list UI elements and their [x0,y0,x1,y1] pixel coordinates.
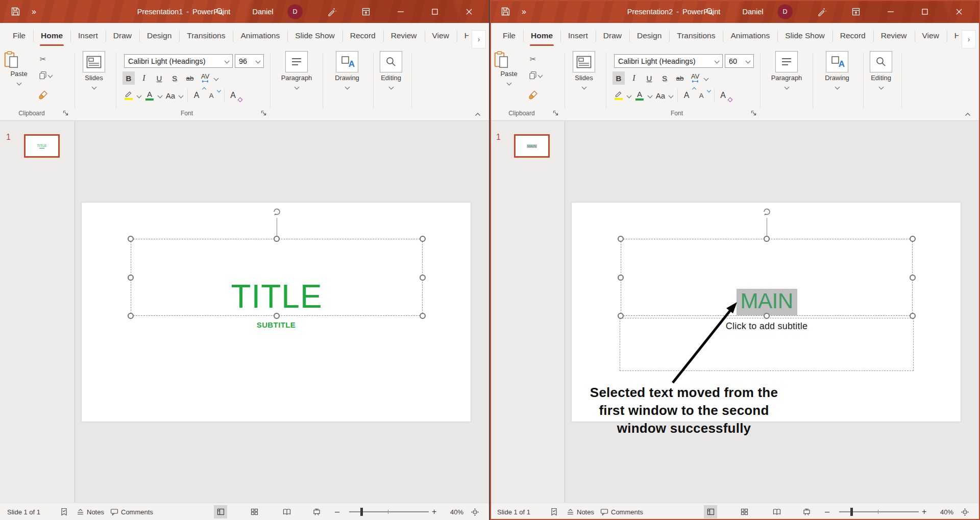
close-button[interactable] [457,0,481,23]
resize-handle[interactable] [618,275,624,281]
zoom-percentage[interactable]: 40% [934,503,953,520]
cut-button[interactable]: ✂ [530,55,536,64]
ribbon-tab[interactable]: Review [383,23,425,48]
reading-view-button[interactable] [280,505,293,518]
font-name-combobox[interactable]: Calibri Light (Headings) [614,54,723,68]
slides-dropdown-icon[interactable] [581,85,586,90]
ribbon-tab[interactable]: Insert [70,23,106,48]
ribbon-tab[interactable]: Insert [560,23,596,48]
resize-handle[interactable] [420,236,426,242]
ribbon-tab[interactable]: Slide Show [777,23,832,48]
resize-handle[interactable] [128,275,134,281]
character-spacing-button[interactable]: AV [689,71,701,85]
paragraph-dropdown-icon[interactable] [784,85,789,90]
normal-view-button[interactable] [214,505,227,518]
ribbon-tab[interactable]: File [495,23,523,48]
maximize-button[interactable] [913,0,937,23]
ribbon-tab[interactable]: Transitions [179,23,233,48]
collapse-ribbon-button[interactable] [473,111,483,118]
font-size-combobox[interactable]: 96 [235,54,264,68]
drawing-dropdown-icon[interactable] [835,85,840,90]
ribbon-tab[interactable]: Help [457,23,469,48]
drawing-button[interactable]: A Drawing [821,51,853,91]
ribbon-display-options-icon[interactable] [356,0,376,23]
minimize-button[interactable] [879,0,902,23]
zoom-out-button[interactable]: – [335,503,339,520]
spell-check-icon[interactable] [60,503,68,520]
text-shadow-button[interactable]: S [168,71,181,85]
slides-dropdown-icon[interactable] [91,85,96,90]
resize-handle[interactable] [274,313,280,319]
quick-access-more-icon[interactable]: » [517,0,532,23]
character-spacing-dropdown-icon[interactable] [214,76,219,81]
title-placeholder[interactable]: TITLE [131,239,423,316]
decrease-font-size-button[interactable]: A [207,89,219,102]
text-highlight-button[interactable] [122,89,135,102]
slide-show-button[interactable] [310,505,323,518]
resize-handle[interactable] [618,236,624,242]
rotate-handle-icon[interactable] [271,206,282,217]
save-icon[interactable] [5,0,26,23]
slide-sorter-view-button[interactable] [738,505,751,518]
fit-slide-to-window-icon[interactable] [471,503,479,520]
cut-button[interactable]: ✂ [40,55,46,64]
account-name[interactable]: Daniel [245,0,281,23]
copy-button[interactable] [39,71,52,80]
account-name[interactable]: Daniel [735,0,771,23]
subtitle-placeholder[interactable]: Click to add subtitle [620,318,914,371]
font-color-dropdown-icon[interactable] [158,93,163,98]
font-color-button[interactable]: A [143,89,156,102]
ribbon-tab[interactable]: Record [832,23,873,48]
drawing-button[interactable]: A Drawing [331,51,363,91]
bold-button[interactable]: B [612,71,625,85]
clipboard-dialog-launcher-icon[interactable] [61,109,69,117]
ribbon-tab[interactable]: Transitions [669,23,723,48]
zoom-out-button[interactable]: – [825,503,829,520]
comments-button[interactable]: Comments [110,503,153,520]
clear-formatting-button[interactable]: A [229,89,241,102]
paste-button[interactable]: Paste [4,51,34,87]
zoom-slider-knob[interactable] [850,508,853,516]
ribbon-tab[interactable]: Design [629,23,669,48]
zoom-in-button[interactable]: + [922,503,926,520]
resize-handle[interactable] [274,236,280,242]
ribbon-tab[interactable]: Draw [106,23,139,48]
change-case-dropdown-icon[interactable] [179,93,184,98]
maximize-button[interactable] [423,0,447,23]
resize-handle[interactable] [764,313,770,319]
decrease-font-size-button[interactable]: A [697,89,709,102]
editing-dropdown-icon[interactable] [388,85,394,90]
ribbon-tab[interactable]: Home [33,23,70,48]
ribbon-tab[interactable]: Slide Show [287,23,342,48]
minimize-button[interactable] [389,0,412,23]
zoom-slider-knob[interactable] [360,508,363,516]
italic-button[interactable]: I [138,71,150,85]
notes-button[interactable]: Notes [77,503,104,520]
zoom-in-button[interactable]: + [432,503,436,520]
slide-show-button[interactable] [800,505,813,518]
copy-dropdown-icon[interactable] [48,73,53,78]
paste-dropdown-icon[interactable] [506,81,511,86]
editing-button[interactable]: Editing [865,51,897,91]
change-case-button[interactable]: Aa [164,89,177,102]
resize-handle[interactable] [420,313,426,319]
increase-font-size-button[interactable]: A [682,89,695,102]
slide-canvas[interactable]: TITLE SUBTITLE [82,203,471,422]
resize-handle[interactable] [910,275,916,281]
normal-view-button[interactable] [704,505,717,518]
rotate-handle-icon[interactable] [761,206,772,217]
notes-button[interactable]: Notes [567,503,594,520]
ribbon-tab[interactable]: Draw [596,23,629,48]
ribbon-tab[interactable]: Animations [233,23,287,48]
save-icon[interactable] [495,0,516,23]
copy-button[interactable] [529,71,542,80]
collapse-ribbon-button[interactable] [963,111,973,118]
ribbon-tab[interactable]: File [5,23,33,48]
slide-indicator[interactable]: Slide 1 of 1 [497,503,530,520]
font-name-combobox[interactable]: Calibri Light (Headings) [124,54,233,68]
font-dialog-launcher-icon[interactable] [259,109,267,117]
slide-thumbnail[interactable]: MAIN [514,134,550,158]
slide-indicator[interactable]: Slide 1 of 1 [7,503,40,520]
quick-access-more-icon[interactable]: » [27,0,42,23]
ribbon-tab[interactable]: View [915,23,947,48]
